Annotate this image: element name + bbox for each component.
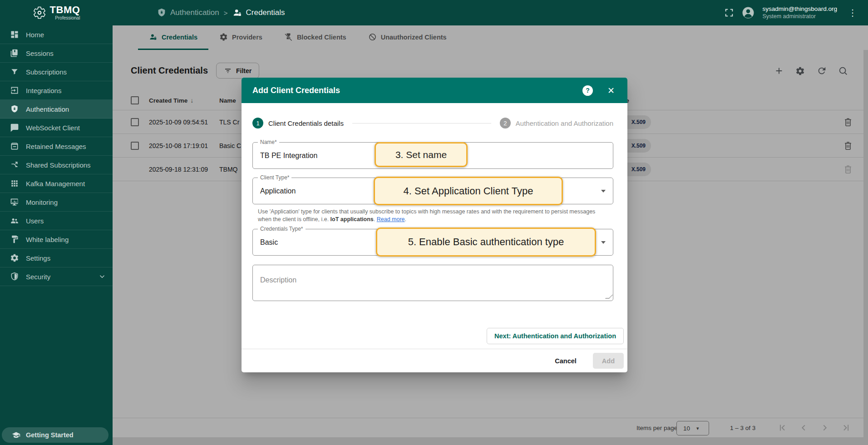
sidebar-item-sessions[interactable]: Sessions — [0, 44, 113, 63]
annotation-callout-set-name: 3. Set name — [375, 142, 468, 167]
call-split-icon — [10, 160, 19, 169]
stepper-connector — [352, 123, 491, 124]
brand-name: TBMQ — [50, 5, 80, 15]
breadcrumb-separator: > — [224, 9, 228, 17]
brand-logo[interactable]: TBMQ Professional — [0, 5, 113, 20]
stepper: 1 Client Credentials details 2 Authentic… — [252, 118, 613, 129]
paint-icon — [10, 235, 19, 244]
sidebar-item-monitoring[interactable]: Monitoring — [0, 193, 113, 212]
help-icon[interactable]: ? — [582, 85, 593, 96]
sidebar-item-shared-subscriptions[interactable]: Shared Subscriptions — [0, 156, 113, 174]
annotation-callout-client-type: 4. Set Application Client Type — [374, 177, 563, 205]
client-type-field-label: Client Type* — [258, 174, 291, 181]
sidebar-item-home[interactable]: Home — [0, 25, 113, 44]
input-icon — [10, 86, 19, 95]
sidebar-item-users[interactable]: Users — [0, 212, 113, 230]
security-shield-icon — [10, 272, 19, 281]
chat-icon — [10, 123, 19, 132]
shield-lock-icon — [157, 8, 167, 18]
fullscreen-icon[interactable] — [724, 8, 734, 18]
step-1-label[interactable]: Client Credentials details — [268, 119, 344, 127]
credentials-type-field-label: Credentials Type* — [258, 226, 306, 232]
sidebar-item-security[interactable]: Security — [0, 267, 113, 286]
sidebar-item-authentication[interactable]: Authentication — [0, 100, 113, 119]
sidebar: Home Sessions Subscriptions Integrations… — [0, 25, 113, 445]
description-textarea[interactable] — [252, 265, 613, 301]
avatar[interactable] — [741, 6, 755, 20]
description-field — [252, 265, 613, 301]
gear-icon — [10, 253, 19, 262]
breadcrumb: Authentication > Credentials — [157, 8, 285, 18]
cancel-button[interactable]: Cancel — [549, 354, 582, 368]
person-lock-icon — [232, 8, 242, 18]
breadcrumb-item-authentication[interactable]: Authentication — [157, 8, 219, 18]
select-arrow-icon — [601, 241, 606, 244]
monitor-icon — [10, 198, 19, 207]
user-info: sysadmin@thingsboard.org System administ… — [762, 5, 837, 20]
dialog-footer: Cancel Add — [242, 349, 627, 372]
user-role: System administrator — [762, 13, 837, 20]
funnel-icon — [10, 67, 19, 76]
add-client-credentials-dialog: Add Client Credentials ? ✕ 1 Client Cred… — [242, 78, 627, 372]
brand-edition: Professional — [55, 16, 80, 20]
close-icon[interactable]: ✕ — [606, 84, 616, 98]
name-field-label: Name* — [258, 139, 279, 145]
breadcrumb-item-credentials: Credentials — [232, 8, 285, 18]
shield-lock-icon — [10, 104, 19, 114]
step-2-circle: 2 — [500, 118, 511, 129]
client-type-hint: Use 'Application' type for clients that … — [258, 208, 610, 223]
sidebar-item-kafka-management[interactable]: Kafka Management — [0, 174, 113, 193]
sidebar-item-websocket-client[interactable]: WebSocket Client — [0, 119, 113, 137]
apps-grid-icon — [10, 179, 19, 188]
next-step-button[interactable]: Next: Authentication and Authorization — [487, 328, 624, 344]
chevron-down-icon — [98, 272, 106, 281]
user-email: sysadmin@thingsboard.org — [762, 5, 837, 13]
getting-started-button[interactable]: Getting Started — [2, 427, 108, 443]
read-more-link[interactable]: Read more — [377, 216, 405, 222]
annotation-callout-credentials-type: 5. Enable Basic authentication type — [376, 227, 596, 257]
dashboard-icon — [10, 30, 19, 39]
dialog-title: Add Client Credentials — [252, 86, 582, 95]
sidebar-item-subscriptions[interactable]: Subscriptions — [0, 63, 113, 81]
sidebar-item-settings[interactable]: Settings — [0, 249, 113, 267]
archive-icon — [10, 142, 19, 151]
select-arrow-icon — [601, 190, 606, 193]
sidebar-item-integrations[interactable]: Integrations — [0, 81, 113, 100]
tbmq-logo-icon — [33, 6, 46, 20]
sidebar-item-retained-messages[interactable]: Retained Messages — [0, 137, 113, 156]
group-icon — [10, 216, 19, 225]
step-1-circle: 1 — [252, 118, 263, 129]
dialog-header: Add Client Credentials ? ✕ — [242, 78, 627, 103]
kebab-menu-icon[interactable]: ⋮ — [844, 5, 861, 20]
app-root: TBMQ Professional Authentication > Crede… — [0, 0, 868, 445]
school-icon — [12, 431, 20, 440]
topbar: TBMQ Professional Authentication > Crede… — [0, 0, 868, 25]
sidebar-item-white-labeling[interactable]: White labeling — [0, 230, 113, 249]
step-2-label[interactable]: Authentication and Authorization — [516, 119, 613, 127]
add-button[interactable]: Add — [593, 353, 624, 369]
sessions-icon — [10, 49, 19, 58]
